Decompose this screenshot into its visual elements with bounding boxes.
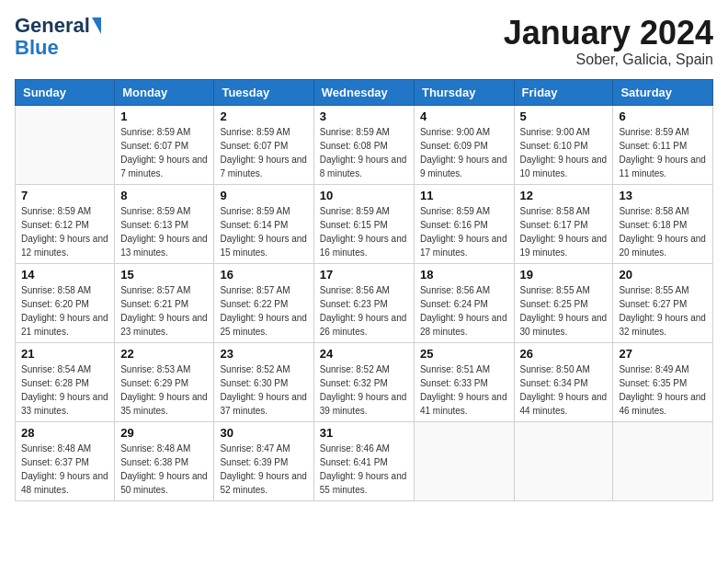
day-number: 10 [320,189,408,202]
calendar-cell: 24 Sunrise: 8:52 AMSunset: 6:32 PMDaylig… [313,342,414,421]
day-info: Sunrise: 8:49 AMSunset: 6:35 PMDaylight:… [619,364,706,416]
calendar-cell: 19 Sunrise: 8:55 AMSunset: 6:25 PMDaylig… [514,263,613,342]
day-info: Sunrise: 8:59 AMSunset: 6:16 PMDaylight:… [420,206,507,258]
day-number: 24 [320,347,408,361]
day-info: Sunrise: 8:59 AMSunset: 6:07 PMDaylight:… [220,127,307,178]
day-info: Sunrise: 8:59 AMSunset: 6:07 PMDaylight:… [120,127,208,178]
calendar-cell: 26 Sunrise: 8:50 AMSunset: 6:34 PMDaylig… [514,342,613,421]
calendar-week-row: 1 Sunrise: 8:59 AMSunset: 6:07 PMDayligh… [16,105,713,184]
day-info: Sunrise: 8:48 AMSunset: 6:37 PMDaylight:… [21,443,108,495]
day-info: Sunrise: 8:55 AMSunset: 6:25 PMDaylight:… [520,285,608,337]
calendar-cell: 25 Sunrise: 8:51 AMSunset: 6:33 PMDaylig… [414,342,514,421]
header-day: Sunday [16,79,115,105]
calendar-cell: 13 Sunrise: 8:58 AMSunset: 6:18 PMDaylig… [613,184,713,263]
day-info: Sunrise: 8:59 AMSunset: 6:12 PMDaylight:… [21,206,108,258]
day-info: Sunrise: 8:59 AMSunset: 6:14 PMDaylight:… [220,206,307,258]
calendar-cell: 4 Sunrise: 9:00 AMSunset: 6:09 PMDayligh… [414,105,514,184]
day-info: Sunrise: 8:56 AMSunset: 6:24 PMDaylight:… [420,285,507,337]
day-number: 27 [619,347,707,361]
calendar-cell: 21 Sunrise: 8:54 AMSunset: 6:28 PMDaylig… [16,342,115,421]
day-number: 22 [120,347,208,361]
calendar-subtitle: Sober, Galicia, Spain [504,52,713,68]
logo-arrow-icon [92,17,101,34]
day-info: Sunrise: 8:48 AMSunset: 6:38 PMDaylight:… [120,443,208,495]
day-number: 26 [520,347,608,361]
logo-general: General [15,15,90,37]
day-info: Sunrise: 8:57 AMSunset: 6:22 PMDaylight:… [220,285,307,337]
day-info: Sunrise: 8:47 AMSunset: 6:39 PMDaylight:… [220,443,307,495]
day-number: 15 [120,268,208,282]
calendar-cell: 7 Sunrise: 8:59 AMSunset: 6:12 PMDayligh… [16,184,115,263]
calendar-cell: 10 Sunrise: 8:59 AMSunset: 6:15 PMDaylig… [313,184,414,263]
day-number: 4 [420,109,508,123]
day-info: Sunrise: 8:55 AMSunset: 6:27 PMDaylight:… [619,285,706,337]
day-info: Sunrise: 8:59 AMSunset: 6:11 PMDaylight:… [619,127,706,178]
calendar-cell: 31 Sunrise: 8:46 AMSunset: 6:41 PMDaylig… [313,421,414,500]
day-info: Sunrise: 8:56 AMSunset: 6:23 PMDaylight:… [320,285,407,337]
day-info: Sunrise: 8:59 AMSunset: 6:15 PMDaylight:… [320,206,407,258]
day-number: 7 [21,189,108,202]
calendar-cell: 14 Sunrise: 8:58 AMSunset: 6:20 PMDaylig… [16,263,115,342]
calendar-week-row: 28 Sunrise: 8:48 AMSunset: 6:37 PMDaylig… [16,421,713,500]
day-number: 3 [320,109,408,123]
day-info: Sunrise: 8:51 AMSunset: 6:33 PMDaylight:… [420,364,507,416]
day-number: 14 [21,268,108,282]
calendar-cell: 30 Sunrise: 8:47 AMSunset: 6:39 PMDaylig… [214,421,313,500]
calendar-cell [514,421,613,500]
header-row: SundayMondayTuesdayWednesdayThursdayFrid… [16,79,713,105]
calendar-cell: 8 Sunrise: 8:59 AMSunset: 6:13 PMDayligh… [115,184,214,263]
calendar-cell: 23 Sunrise: 8:52 AMSunset: 6:30 PMDaylig… [214,342,313,421]
day-info: Sunrise: 9:00 AMSunset: 6:09 PMDaylight:… [420,127,507,178]
header-day: Saturday [613,79,713,105]
day-info: Sunrise: 8:54 AMSunset: 6:28 PMDaylight:… [21,364,108,416]
calendar-cell [16,105,115,184]
calendar-cell: 20 Sunrise: 8:55 AMSunset: 6:27 PMDaylig… [613,263,713,342]
calendar-week-row: 7 Sunrise: 8:59 AMSunset: 6:12 PMDayligh… [16,184,713,263]
day-number: 11 [420,189,508,202]
day-number: 25 [420,347,508,361]
day-number: 6 [619,109,707,123]
day-number: 8 [120,189,208,202]
calendar-cell: 6 Sunrise: 8:59 AMSunset: 6:11 PMDayligh… [613,105,713,184]
day-info: Sunrise: 8:58 AMSunset: 6:18 PMDaylight:… [619,206,706,258]
day-info: Sunrise: 8:53 AMSunset: 6:29 PMDaylight:… [120,364,208,416]
logo: General Blue [15,15,101,59]
day-info: Sunrise: 8:52 AMSunset: 6:30 PMDaylight:… [220,364,307,416]
day-number: 18 [420,268,508,282]
calendar-cell [414,421,514,500]
day-info: Sunrise: 8:50 AMSunset: 6:34 PMDaylight:… [520,364,608,416]
header-day: Monday [115,79,214,105]
calendar-cell: 11 Sunrise: 8:59 AMSunset: 6:16 PMDaylig… [414,184,514,263]
day-number: 9 [220,189,307,202]
day-info: Sunrise: 9:00 AMSunset: 6:10 PMDaylight:… [520,127,608,178]
calendar-week-row: 21 Sunrise: 8:54 AMSunset: 6:28 PMDaylig… [16,342,713,421]
header-day: Thursday [414,79,514,105]
day-info: Sunrise: 8:58 AMSunset: 6:17 PMDaylight:… [520,206,608,258]
day-number: 21 [21,347,108,361]
logo-blue: Blue [15,37,59,59]
day-number: 1 [120,109,208,123]
day-number: 20 [619,268,707,282]
calendar-week-row: 14 Sunrise: 8:58 AMSunset: 6:20 PMDaylig… [16,263,713,342]
calendar-cell: 17 Sunrise: 8:56 AMSunset: 6:23 PMDaylig… [313,263,414,342]
calendar-cell: 16 Sunrise: 8:57 AMSunset: 6:22 PMDaylig… [214,263,313,342]
header-day: Tuesday [214,79,313,105]
calendar-cell: 28 Sunrise: 8:48 AMSunset: 6:37 PMDaylig… [16,421,115,500]
day-number: 2 [220,109,307,123]
calendar-cell: 22 Sunrise: 8:53 AMSunset: 6:29 PMDaylig… [115,342,214,421]
day-number: 12 [520,189,608,202]
calendar-cell: 12 Sunrise: 8:58 AMSunset: 6:17 PMDaylig… [514,184,613,263]
day-info: Sunrise: 8:58 AMSunset: 6:20 PMDaylight:… [21,285,108,337]
header-day: Friday [514,79,613,105]
day-number: 5 [520,109,608,123]
calendar-cell: 9 Sunrise: 8:59 AMSunset: 6:14 PMDayligh… [214,184,313,263]
calendar-cell: 3 Sunrise: 8:59 AMSunset: 6:08 PMDayligh… [313,105,414,184]
day-number: 17 [320,268,408,282]
day-number: 13 [619,189,707,202]
day-info: Sunrise: 8:59 AMSunset: 6:13 PMDaylight:… [120,206,208,258]
day-info: Sunrise: 8:57 AMSunset: 6:21 PMDaylight:… [120,285,208,337]
day-number: 31 [320,426,408,440]
calendar-cell: 1 Sunrise: 8:59 AMSunset: 6:07 PMDayligh… [115,105,214,184]
day-info: Sunrise: 8:59 AMSunset: 6:08 PMDaylight:… [320,127,407,178]
calendar-table: SundayMondayTuesdayWednesdayThursdayFrid… [15,79,713,501]
